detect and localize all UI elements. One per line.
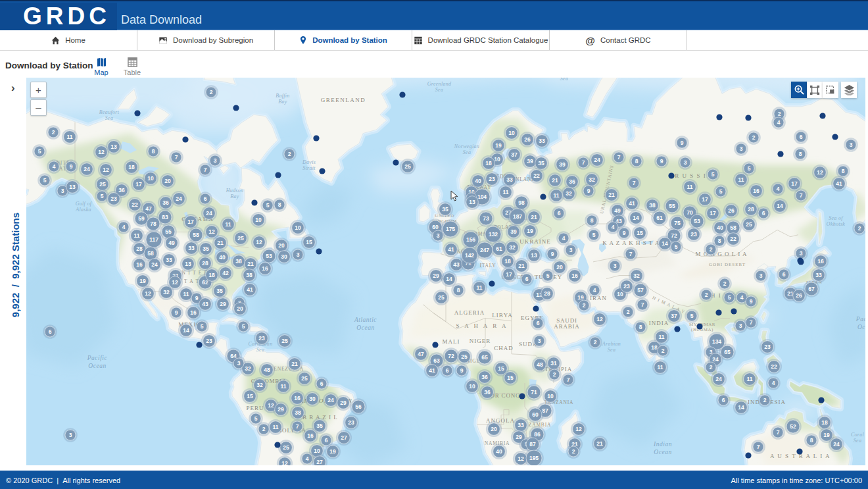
- svg-text:LIBYA: LIBYA: [492, 312, 513, 319]
- svg-text:3: 3: [569, 247, 573, 253]
- svg-text:8: 8: [639, 324, 642, 330]
- svg-text:32: 32: [566, 190, 572, 197]
- svg-text:2: 2: [752, 134, 756, 141]
- svg-text:23: 23: [764, 344, 771, 350]
- svg-text:9: 9: [70, 163, 73, 170]
- svg-text:6: 6: [783, 271, 786, 278]
- svg-text:11: 11: [687, 184, 693, 190]
- svg-text:11: 11: [226, 221, 231, 228]
- svg-text:6: 6: [722, 397, 725, 403]
- svg-text:58: 58: [193, 232, 199, 238]
- svg-text:3: 3: [237, 360, 241, 367]
- svg-text:16: 16: [294, 395, 301, 401]
- svg-text:21: 21: [552, 177, 558, 184]
- svg-text:32: 32: [509, 244, 516, 251]
- svg-text:14: 14: [633, 215, 639, 221]
- svg-text:2: 2: [710, 246, 713, 253]
- svg-text:Okhotsk: Okhotsk: [827, 221, 845, 227]
- svg-text:55: 55: [165, 228, 172, 235]
- svg-text:5: 5: [38, 148, 41, 155]
- svg-text:65: 65: [724, 349, 731, 355]
- svg-text:35: 35: [442, 206, 448, 213]
- svg-text:7: 7: [582, 159, 585, 166]
- svg-text:13: 13: [185, 261, 191, 267]
- svg-text:11: 11: [281, 383, 287, 390]
- svg-text:25: 25: [461, 353, 468, 360]
- svg-text:41: 41: [629, 200, 635, 207]
- svg-text:Bay: Bay: [230, 193, 239, 199]
- svg-text:12: 12: [145, 290, 151, 297]
- svg-text:10: 10: [147, 175, 154, 182]
- svg-text:3: 3: [437, 232, 440, 239]
- svg-text:20: 20: [491, 426, 497, 432]
- svg-text:2: 2: [572, 448, 575, 455]
- svg-text:35: 35: [203, 245, 209, 252]
- svg-text:13: 13: [69, 184, 76, 190]
- svg-text:6: 6: [320, 380, 324, 387]
- svg-text:8: 8: [457, 287, 460, 294]
- svg-text:2: 2: [763, 397, 767, 403]
- svg-text:Coral: Coral: [851, 432, 865, 438]
- svg-text:Sea: Sea: [435, 87, 443, 93]
- svg-text:11: 11: [67, 134, 73, 140]
- svg-text:8: 8: [718, 238, 721, 244]
- svg-text:187: 187: [513, 213, 522, 220]
- svg-text:10: 10: [314, 448, 320, 454]
- svg-text:43: 43: [453, 261, 460, 268]
- svg-text:20: 20: [556, 264, 563, 270]
- svg-text:52: 52: [790, 423, 796, 430]
- svg-text:28: 28: [748, 206, 754, 213]
- svg-text:Sea: Sea: [256, 347, 264, 353]
- svg-text:Greenland: Greenland: [427, 81, 452, 87]
- svg-text:7: 7: [296, 423, 299, 430]
- svg-text:5: 5: [592, 232, 596, 238]
- svg-text:58: 58: [147, 250, 154, 257]
- svg-text:11: 11: [273, 424, 279, 430]
- svg-text:15: 15: [306, 239, 312, 245]
- svg-text:2: 2: [858, 225, 861, 232]
- svg-text:38: 38: [649, 202, 656, 209]
- svg-text:10: 10: [469, 383, 475, 390]
- svg-text:9: 9: [623, 230, 626, 236]
- svg-text:24: 24: [206, 210, 212, 217]
- svg-text:3: 3: [740, 145, 743, 152]
- svg-text:8: 8: [842, 168, 845, 174]
- svg-text:11: 11: [554, 192, 560, 199]
- svg-text:19: 19: [329, 448, 336, 455]
- svg-text:6: 6: [525, 276, 529, 282]
- svg-text:40: 40: [717, 224, 723, 231]
- svg-text:(BURMA): (BURMA): [691, 327, 713, 332]
- svg-text:4: 4: [777, 186, 780, 192]
- svg-text:19: 19: [139, 278, 146, 284]
- svg-text:2: 2: [583, 302, 586, 309]
- svg-text:25: 25: [99, 181, 106, 188]
- svg-text:13: 13: [110, 143, 117, 150]
- svg-text:Ocean: Ocean: [654, 449, 671, 455]
- svg-text:S A H A R A: S A H A R A: [456, 322, 508, 329]
- svg-text:5: 5: [546, 272, 550, 279]
- svg-text:12: 12: [172, 279, 178, 286]
- svg-text:36: 36: [481, 374, 488, 380]
- svg-text:32: 32: [256, 382, 263, 388]
- svg-text:28: 28: [544, 290, 550, 297]
- svg-text:5: 5: [101, 193, 104, 199]
- svg-text:Pac: Pac: [856, 316, 865, 322]
- svg-text:3: 3: [69, 432, 72, 438]
- svg-text:73: 73: [483, 215, 489, 222]
- svg-text:7: 7: [641, 301, 644, 308]
- svg-text:8: 8: [278, 201, 281, 208]
- svg-text:10: 10: [508, 130, 515, 136]
- svg-text:7: 7: [617, 154, 621, 161]
- svg-text:16: 16: [136, 261, 143, 268]
- svg-text:38: 38: [246, 272, 253, 278]
- svg-text:41: 41: [247, 286, 253, 293]
- svg-text:23: 23: [623, 283, 630, 290]
- svg-text:21: 21: [518, 263, 525, 269]
- svg-text:7: 7: [204, 167, 207, 173]
- svg-text:142: 142: [465, 252, 474, 259]
- svg-text:41: 41: [836, 180, 842, 187]
- svg-text:134: 134: [712, 338, 721, 345]
- svg-text:3: 3: [297, 251, 300, 258]
- svg-text:33: 33: [188, 245, 195, 251]
- svg-text:36: 36: [484, 389, 491, 396]
